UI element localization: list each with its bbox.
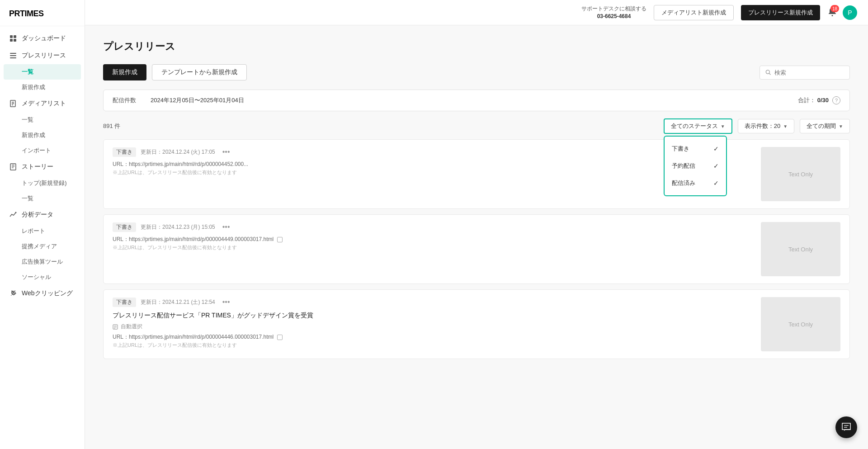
sidebar-item-press-release-label: プレスリリース: [22, 52, 66, 60]
header: サポートデスクに相談する 03-6625-4684 メディアリスト新規作成 プレ…: [85, 0, 868, 25]
sidebar-sub-media[interactable]: 提携メディア: [0, 239, 85, 254]
status-dropdown-menu: 下書き ✓ 予約配信 ✓ 配信済み ✓: [664, 136, 727, 196]
status-badge-2: 下書き: [113, 222, 136, 232]
status-option-draft-label: 下書き: [672, 145, 689, 153]
sidebar-sub-story-top[interactable]: トップ(新規登録): [0, 175, 85, 191]
status-option-sent-label: 配信済み: [672, 179, 695, 187]
svg-rect-1: [14, 35, 16, 38]
status-option-sent[interactable]: 配信済み ✓: [665, 175, 726, 192]
svg-rect-20: [113, 325, 118, 329]
press-release-new-button[interactable]: プレスリリース新規作成: [741, 5, 820, 20]
press-release-item-2: 下書き 更新日：2024.12.23 (月) 15:05 ••• URL：htt…: [103, 214, 850, 284]
address-book-icon: [9, 99, 17, 108]
chevron-down-icon-period: ▼: [839, 124, 843, 129]
period-filter-label: 全ての期間: [807, 122, 836, 130]
sidebar-sub-ml-new[interactable]: 新規作成: [0, 128, 85, 143]
chat-icon: [841, 422, 851, 432]
thumbnail-text-3: Text Only: [788, 321, 813, 328]
sidebar-item-press-release[interactable]: プレスリリース: [0, 47, 85, 64]
pr-note-3: ※上記URLは、プレスリリース配信後に有効となります: [113, 342, 754, 349]
sidebar-item-analytics[interactable]: 分析データ: [0, 206, 85, 223]
logo-pr: PR: [9, 9, 20, 18]
more-button-1[interactable]: •••: [220, 147, 233, 157]
status-option-draft[interactable]: 下書き ✓: [665, 140, 726, 157]
media-list-new-button[interactable]: メディアリスト新規作成: [654, 5, 734, 20]
sidebar-sub-story-list[interactable]: 一覧: [0, 191, 85, 206]
notification-badge: 18: [830, 5, 839, 12]
notification-bell[interactable]: 18: [827, 7, 837, 18]
pr-thumbnail-3: Text Only: [761, 297, 840, 351]
display-count-button[interactable]: 表示件数：20 ▼: [738, 119, 794, 133]
pr-thumbnail-2: Text Only: [761, 222, 840, 276]
sidebar-sub-social[interactable]: ソーシャル: [0, 269, 85, 285]
new-button[interactable]: 新規作成: [103, 64, 146, 80]
toolbar: 新規作成 テンプレートから新規作成: [103, 64, 850, 80]
sidebar-item-media-list[interactable]: メディアリスト: [0, 95, 85, 112]
svg-rect-2: [10, 39, 13, 42]
help-icon[interactable]: ?: [832, 96, 840, 104]
search-icon: [765, 69, 771, 76]
status-option-scheduled[interactable]: 予約配信 ✓: [665, 157, 726, 175]
sidebar-item-dashboard[interactable]: ダッシュボード: [0, 30, 85, 47]
sidebar-item-web-clipping[interactable]: Webクリッピング: [0, 285, 85, 302]
header-support: サポートデスクに相談する 03-6625-4684: [581, 5, 646, 20]
press-release-item-3: 下書き 更新日：2024.12.21 (土) 12:54 ••• プレスリリース…: [103, 289, 850, 359]
template-button[interactable]: テンプレートから新規作成: [152, 64, 247, 80]
external-link-icon-2[interactable]: [277, 237, 283, 242]
period-filter-button[interactable]: 全ての期間 ▼: [800, 119, 850, 133]
search-input[interactable]: [774, 69, 844, 76]
pr-note-2: ※上記URLは、プレスリリース配信後に有効となります: [113, 244, 754, 251]
more-button-3[interactable]: •••: [220, 297, 233, 307]
thumbnail-text-1: Text Only: [788, 171, 813, 178]
clip-icon: [9, 289, 17, 298]
pr-item-content-1: 下書き 更新日：2024.12.24 (火) 17:05 ••• URL：htt…: [113, 147, 754, 176]
page-content: プレスリリース 新規作成 テンプレートから新規作成 配信件数 2024年12月0…: [85, 25, 868, 449]
sidebar-item-media-list-label: メディアリスト: [22, 99, 66, 108]
sidebar-sub-pr-new[interactable]: 新規作成: [0, 80, 85, 95]
check-icon-scheduled: ✓: [713, 162, 719, 170]
pr-item-header-2: 下書き 更新日：2024.12.23 (月) 15:05 •••: [113, 222, 754, 232]
filter-bar: 891 件 全てのステータス ▼ 下書き ✓ 予約配: [103, 118, 850, 134]
pr-item-content-2: 下書き 更新日：2024.12.23 (月) 15:05 ••• URL：htt…: [113, 222, 754, 251]
sidebar-item-story[interactable]: ストーリー: [0, 158, 85, 175]
document-icon: [113, 324, 118, 330]
pr-item-header-3: 下書き 更新日：2024.12.21 (土) 12:54 •••: [113, 297, 754, 307]
sidebar-item-dashboard-label: ダッシュボード: [22, 34, 66, 43]
pr-item-header-1: 下書き 更新日：2024.12.24 (火) 17:05 •••: [113, 147, 754, 157]
sidebar-sub-ml-list[interactable]: 一覧: [0, 112, 85, 128]
pr-title-3: プレスリリース配信サービス「PR TIMES」がグッドデザイン賞を受賞: [113, 311, 754, 320]
support-label: サポートデスクに相談する: [581, 5, 646, 13]
result-count: 891 件: [103, 122, 120, 130]
press-release-list: 下書き 更新日：2024.12.24 (火) 17:05 ••• URL：htt…: [103, 139, 850, 364]
check-icon-draft: ✓: [713, 145, 719, 152]
svg-point-15: [15, 212, 17, 213]
pr-date-2: 更新日：2024.12.23 (月) 15:05: [141, 223, 215, 231]
sidebar-sub-pr-list[interactable]: 一覧: [4, 64, 81, 80]
status-filter-label: 全てのステータス: [671, 122, 718, 130]
avatar[interactable]: P: [843, 5, 857, 20]
chart-icon: [9, 211, 17, 219]
external-link-icon-3[interactable]: [277, 335, 283, 340]
pr-date-1: 更新日：2024.12.24 (火) 17:05: [141, 148, 215, 156]
logo-text: PRTIMES: [9, 9, 75, 19]
header-icons: 18 P: [827, 5, 857, 20]
press-release-item: 下書き 更新日：2024.12.24 (火) 17:05 ••• URL：htt…: [103, 139, 850, 209]
svg-rect-0: [10, 35, 13, 38]
pr-url-2: URL：https://prtimes.jp/main/html/rd/p/00…: [113, 236, 754, 243]
status-badge-1: 下書き: [113, 147, 136, 157]
sidebar-sub-report[interactable]: レポート: [0, 223, 85, 239]
sidebar-sub-ml-import[interactable]: インポート: [0, 143, 85, 158]
sidebar-item-story-label: ストーリー: [22, 163, 53, 171]
sidebar-item-web-clipping-label: Webクリッピング: [22, 289, 73, 298]
status-option-scheduled-label: 予約配信: [672, 162, 695, 170]
sidebar-sub-ad[interactable]: 広告換算ツール: [0, 254, 85, 269]
status-filter-button[interactable]: 全てのステータス ▼: [664, 118, 732, 134]
more-button-2[interactable]: •••: [220, 222, 233, 232]
pr-date-3: 更新日：2024.12.21 (土) 12:54: [141, 298, 215, 306]
filter-controls: 全てのステータス ▼ 下書き ✓ 予約配信 ✓: [664, 118, 850, 134]
display-count-label: 表示件数：20: [745, 122, 780, 130]
stats-label: 配信件数: [113, 96, 136, 104]
status-filter-dropdown: 全てのステータス ▼ 下書き ✓ 予約配信 ✓: [664, 118, 732, 134]
svg-line-19: [769, 73, 770, 75]
chat-button[interactable]: [835, 416, 857, 438]
